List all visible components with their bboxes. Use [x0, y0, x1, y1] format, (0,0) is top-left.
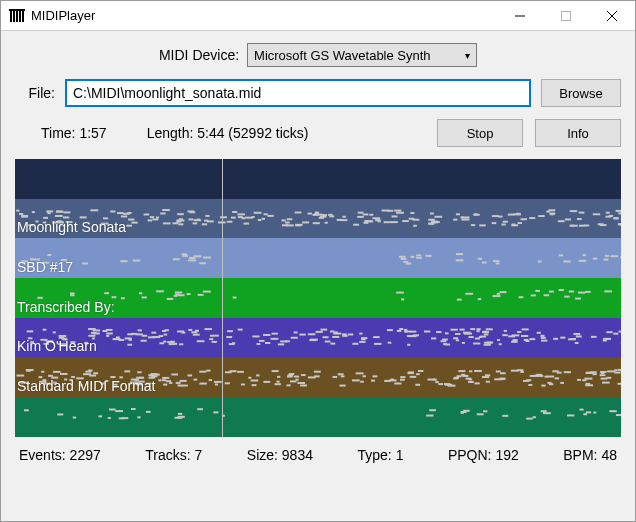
- svg-rect-140: [378, 220, 381, 222]
- svg-rect-658: [137, 416, 140, 418]
- svg-rect-171: [430, 212, 434, 214]
- device-select[interactable]: Microsoft GS Wavetable Synth ▾: [247, 43, 477, 67]
- svg-rect-551: [363, 376, 366, 378]
- svg-rect-547: [416, 374, 420, 376]
- svg-rect-228: [194, 256, 202, 258]
- stop-button[interactable]: Stop: [437, 119, 523, 147]
- svg-rect-12: [258, 219, 262, 221]
- svg-rect-137: [571, 224, 578, 226]
- svg-rect-439: [153, 336, 161, 338]
- svg-rect-273: [238, 328, 243, 330]
- svg-rect-256: [142, 297, 147, 299]
- track-label: SBD #17: [17, 259, 73, 275]
- browse-button[interactable]: Browse: [541, 79, 621, 107]
- svg-rect-375: [162, 330, 166, 332]
- svg-rect-327: [291, 337, 298, 339]
- track-visualizer[interactable]: Moonlight SonataSBD #17Transcribed By:Ki…: [15, 159, 621, 437]
- svg-rect-268: [167, 298, 174, 300]
- svg-rect-35: [150, 216, 154, 218]
- svg-rect-295: [473, 342, 480, 344]
- svg-rect-356: [214, 334, 218, 336]
- svg-rect-197: [406, 263, 412, 265]
- svg-rect-206: [493, 260, 496, 262]
- svg-rect-287: [209, 338, 213, 340]
- svg-rect-271: [460, 328, 465, 330]
- svg-rect-303: [321, 328, 328, 330]
- svg-rect-69: [121, 215, 127, 217]
- svg-rect-559: [166, 381, 171, 383]
- svg-rect-70: [160, 212, 165, 214]
- svg-rect-382: [177, 330, 184, 332]
- file-input[interactable]: C:\MIDI\moonlight_sonata.mid: [65, 79, 531, 107]
- svg-rect-540: [300, 385, 307, 387]
- svg-rect-550: [169, 382, 172, 384]
- info-button[interactable]: Info: [535, 119, 621, 147]
- svg-rect-474: [475, 383, 480, 385]
- svg-rect-279: [138, 329, 142, 331]
- svg-rect-67: [550, 212, 556, 214]
- svg-rect-285: [348, 333, 354, 335]
- svg-rect-364: [499, 343, 502, 345]
- svg-rect-571: [188, 375, 193, 377]
- svg-rect-517: [400, 379, 405, 381]
- track-row: Standard MIDI Format: [15, 357, 621, 397]
- svg-rect-149: [619, 223, 621, 225]
- svg-rect-578: [360, 381, 364, 383]
- svg-rect-654: [197, 408, 203, 410]
- svg-rect-631: [593, 412, 596, 414]
- file-row: File: C:\MIDI\moonlight_sonata.mid Brows…: [15, 79, 621, 107]
- close-button[interactable]: [589, 1, 635, 30]
- svg-rect-120: [16, 209, 19, 211]
- svg-rect-88: [616, 210, 621, 212]
- svg-rect-82: [396, 211, 404, 213]
- svg-rect-561: [500, 373, 506, 375]
- svg-rect-531: [162, 377, 169, 379]
- svg-rect-217: [199, 263, 206, 265]
- svg-rect-135: [178, 223, 183, 225]
- svg-rect-128: [189, 211, 195, 213]
- svg-rect-418: [603, 338, 611, 340]
- svg-rect-306: [504, 330, 507, 332]
- svg-rect-630: [73, 417, 76, 419]
- svg-rect-469: [17, 375, 25, 377]
- svg-rect-463: [272, 371, 279, 373]
- svg-rect-302: [484, 344, 491, 346]
- svg-rect-281: [441, 340, 447, 342]
- svg-rect-372: [151, 331, 156, 333]
- svg-rect-266: [569, 291, 574, 293]
- svg-rect-448: [513, 339, 518, 341]
- svg-rect-604: [88, 370, 92, 372]
- svg-rect-93: [492, 222, 497, 224]
- svg-rect-573: [528, 384, 532, 386]
- svg-rect-533: [225, 372, 232, 374]
- svg-rect-528: [485, 375, 490, 377]
- svg-rect-484: [199, 371, 206, 373]
- svg-rect-640: [24, 409, 29, 411]
- svg-rect-619: [371, 380, 375, 382]
- svg-rect-555: [511, 370, 518, 372]
- svg-rect-166: [117, 212, 124, 214]
- svg-rect-299: [88, 328, 96, 330]
- maximize-button[interactable]: [543, 1, 589, 30]
- svg-rect-104: [179, 218, 183, 220]
- svg-rect-511: [547, 382, 551, 384]
- svg-rect-126: [245, 216, 253, 218]
- svg-rect-515: [83, 374, 91, 376]
- svg-rect-514: [176, 382, 181, 384]
- svg-rect-660: [109, 409, 116, 411]
- svg-rect-493: [289, 374, 294, 376]
- svg-rect-305: [308, 333, 316, 335]
- svg-rect-601: [523, 380, 529, 382]
- svg-rect-184: [365, 220, 370, 222]
- svg-rect-359: [141, 339, 147, 341]
- svg-rect-236: [465, 293, 473, 295]
- titlebar: MIDIPlayer: [1, 1, 635, 31]
- svg-rect-470: [333, 376, 338, 378]
- svg-rect-536: [415, 384, 420, 386]
- svg-rect-231: [120, 261, 127, 263]
- svg-rect-176: [244, 222, 250, 224]
- minimize-button[interactable]: [497, 1, 543, 30]
- svg-rect-562: [241, 384, 245, 386]
- svg-rect-446: [442, 338, 448, 340]
- svg-rect-103: [287, 218, 293, 220]
